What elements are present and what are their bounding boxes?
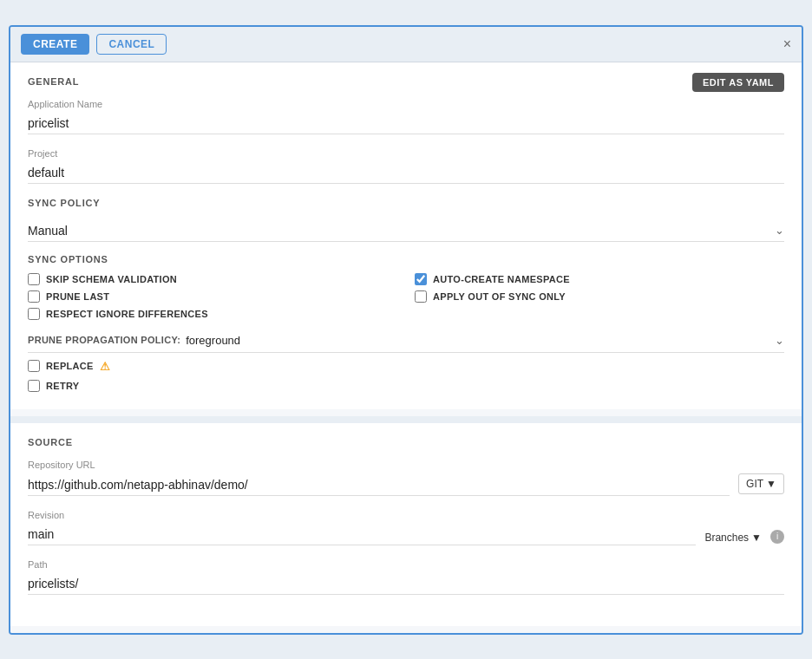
app-name-input[interactable]	[28, 113, 784, 134]
apply-out-of-sync-checkbox[interactable]	[415, 290, 427, 303]
revision-input[interactable]	[28, 524, 696, 545]
extra-checkboxes: REPLACE ⚠ RETRY	[28, 360, 784, 392]
edit-yaml-button[interactable]: EDIT AS YAML	[692, 73, 784, 92]
respect-ignore-row: RESPECT IGNORE DIFFERENCES	[28, 308, 397, 320]
replace-checkbox[interactable]	[28, 360, 40, 372]
general-section-top: GENERAL EDIT AS YAML	[28, 76, 784, 99]
replace-row: REPLACE ⚠	[28, 360, 784, 373]
sync-policy-dropdown[interactable]: Manual ⌄	[28, 220, 784, 242]
retry-row: RETRY	[28, 380, 784, 392]
section-divider	[10, 416, 802, 423]
project-input[interactable]	[28, 162, 784, 184]
app-name-group: Application Name	[28, 99, 784, 134]
sync-policy-title: SYNC POLICY	[28, 198, 784, 208]
create-app-modal: CREATE CANCEL × GENERAL EDIT AS YAML App…	[9, 25, 803, 635]
auto-create-checkbox[interactable]	[415, 273, 427, 285]
repo-url-label: Repository URL	[28, 460, 784, 470]
project-label: Project	[28, 148, 784, 159]
revision-group: Revision Branches ▼ i	[28, 510, 784, 545]
repo-url-group: Repository URL GIT ▼	[28, 460, 784, 496]
prune-policy-value: foreground	[186, 334, 775, 347]
general-section-title: GENERAL	[28, 76, 79, 87]
source-section: SOURCE Repository URL GIT ▼ Revision	[10, 423, 802, 626]
replace-label: REPLACE	[46, 361, 94, 371]
retry-label: RETRY	[46, 381, 79, 391]
branches-dropdown[interactable]: Branches ▼	[704, 532, 762, 544]
sync-options-checkboxes: SKIP SCHEMA VALIDATION AUTO-CREATE NAMES…	[28, 273, 784, 320]
sync-options-title: SYNC OPTIONS	[28, 254, 784, 264]
prune-last-checkbox[interactable]	[28, 290, 40, 303]
app-name-label: Application Name	[28, 99, 784, 109]
branches-chevron-icon: ▼	[751, 532, 762, 544]
revision-input-wrap	[28, 524, 696, 545]
sync-policy-value: Manual	[28, 224, 775, 238]
repo-url-input[interactable]	[28, 474, 730, 496]
respect-ignore-checkbox[interactable]	[28, 308, 40, 320]
branches-label: Branches	[704, 532, 749, 544]
skip-schema-row: SKIP SCHEMA VALIDATION	[28, 273, 397, 285]
git-dropdown[interactable]: GIT ▼	[738, 473, 784, 494]
repo-url-row: GIT ▼	[28, 473, 784, 496]
auto-create-row: AUTO-CREATE NAMESPACE	[415, 273, 784, 285]
modal-body: GENERAL EDIT AS YAML Application Name Pr…	[10, 62, 802, 633]
modal-header: CREATE CANCEL ×	[10, 27, 802, 62]
apply-out-of-sync-label: APPLY OUT OF SYNC ONLY	[433, 291, 566, 302]
respect-ignore-label: RESPECT IGNORE DIFFERENCES	[46, 309, 208, 319]
git-chevron-icon: ▼	[766, 478, 776, 490]
create-button[interactable]: CREATE	[21, 34, 89, 55]
path-input[interactable]	[28, 573, 784, 595]
cancel-button[interactable]: CANCEL	[96, 34, 167, 55]
prune-chevron-icon: ⌄	[775, 334, 784, 347]
empty-right	[415, 308, 784, 320]
retry-checkbox[interactable]	[28, 380, 40, 392]
git-label: GIT	[746, 478, 763, 490]
prune-last-label: PRUNE LAST	[46, 291, 109, 302]
prune-policy-dropdown[interactable]: PRUNE PROPAGATION POLICY: foreground ⌄	[28, 329, 784, 353]
revision-row: Branches ▼ i	[28, 524, 784, 545]
auto-create-label: AUTO-CREATE NAMESPACE	[433, 274, 570, 284]
revision-label: Revision	[28, 510, 784, 520]
skip-schema-checkbox[interactable]	[28, 273, 40, 285]
prune-policy-label: PRUNE PROPAGATION POLICY:	[28, 335, 180, 345]
path-label: Path	[28, 559, 784, 570]
apply-out-of-sync-row: APPLY OUT OF SYNC ONLY	[415, 290, 784, 303]
info-icon[interactable]: i	[770, 530, 784, 544]
sync-policy-group: SYNC POLICY Manual ⌄	[28, 198, 784, 242]
header-buttons: CREATE CANCEL	[21, 34, 167, 55]
skip-schema-label: SKIP SCHEMA VALIDATION	[46, 274, 177, 284]
chevron-down-icon: ⌄	[775, 224, 784, 237]
source-section-title: SOURCE	[28, 437, 784, 447]
prune-last-row: PRUNE LAST	[28, 290, 397, 303]
path-group: Path	[28, 559, 784, 595]
warning-icon: ⚠	[100, 360, 110, 373]
repo-input-wrap	[28, 474, 730, 496]
general-section: GENERAL EDIT AS YAML Application Name Pr…	[10, 62, 802, 409]
project-group: Project	[28, 148, 784, 184]
close-icon[interactable]: ×	[783, 37, 791, 51]
